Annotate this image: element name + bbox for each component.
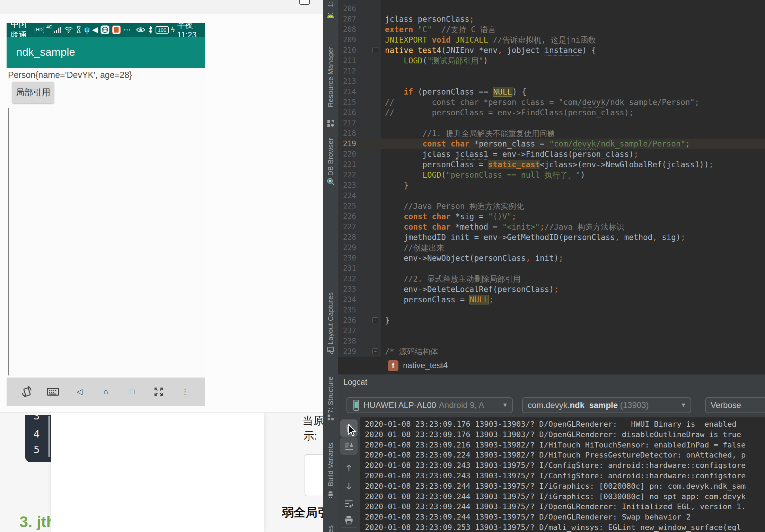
code-line[interactable]: 209JNIEXPORT void JNICALL //告诉虚拟机, 这是jni… [338,35,765,45]
line-number: 224 [338,190,381,201]
home-button[interactable]: ⌂ [98,384,113,399]
code-line[interactable]: 214 if (personClass == NULL) { [338,87,765,97]
print-button[interactable] [340,511,358,529]
line-number: 217 [338,118,381,128]
app-bar: ndk_sample [7,37,205,68]
stripe-tab-resource-manager[interactable]: Resource Manager [326,47,334,107]
keyboard-button[interactable] [45,384,61,399]
fold-marker-icon[interactable]: − [372,317,378,323]
code-line[interactable]: 217 [338,118,765,128]
code-line[interactable]: 236−} [338,315,765,326]
code-line[interactable]: 228 jmethodID init = env->GetMethodID(pe… [338,232,765,242]
code-text: // personClass = env->FindClass(person_c… [381,107,634,118]
code-line[interactable]: 229 //创建出来 [338,242,765,253]
code-line[interactable]: 234 personClass = NULL; [338,294,765,305]
device-selector[interactable]: HUAWEI ALP-AL00 Android 9, A ▼ [346,397,513,413]
hourglass-icon [76,26,82,34]
screenshot-root: 中国联通 HD 4G ψ◀⋯ 100 ϟ 半夜11:23 ndk_sample … [0,0,765,532]
logcat-tab[interactable]: Logcat [343,378,367,387]
local-ref-button[interactable]: 局部引用 [12,82,54,103]
code-text: /* 源码结构体 [381,346,438,357]
mouse-cursor [347,424,358,437]
up-arrow-icon [344,463,354,473]
emulator-toolbar: ◁⌂□⋮ [7,378,205,406]
webpage-content: 3. jth 345 当原 示: 弱全局引 [0,413,323,532]
stripe-tab-7-structure[interactable]: 7: Structure [326,376,334,414]
code-line[interactable]: 225 //Java Person 构造方法实例化 [338,201,765,211]
stripe-tab-layout-captures[interactable]: Layout Captures [326,292,334,344]
log-level-selector[interactable]: Verbose ▼ [705,397,765,413]
chevron-down-icon: ▼ [502,401,508,409]
code-line[interactable]: 208extern "C" //支持 C 语言 [338,24,765,35]
code-line[interactable]: 224 [338,190,765,201]
code-line[interactable]: 232 //2. 显式释放主动删除局部引用 [338,274,765,284]
stripe-tab-build-variants[interactable]: Build Variants [326,443,334,486]
network-label: 4G [46,24,52,29]
down-arrow-button[interactable] [340,478,358,495]
code-line[interactable]: 220 jclass jclass1 = env->FindClass(pers… [338,149,765,159]
layout-captures-icon [326,346,335,354]
soft-wrap-button[interactable] [340,495,358,512]
code-line[interactable]: 206 [338,3,765,14]
code-line[interactable]: 221 personClass = static_cast<jclass>(en… [338,159,765,170]
code-line[interactable]: 215// const char *person_class = "com/de… [338,97,765,107]
code-line[interactable]: 231 [338,263,765,274]
scroll-to-end-button[interactable] [340,437,358,455]
code-line[interactable]: 213 [338,76,765,87]
fold-marker-icon[interactable]: − [372,47,378,53]
line-number: 214 [338,87,381,97]
code-editor[interactable]: 206207jclass personClass;208extern "C" /… [338,0,765,357]
code-line[interactable]: 230 env->NewObject(personClass, init); [338,253,765,263]
process-prefix: com.devyk. [528,400,570,410]
line-number: 238 [338,336,381,346]
code-line[interactable]: 218 //1. 提升全局解决不能重复使用问题 [338,128,765,139]
code-line[interactable]: 223 } [338,180,765,190]
stripe-tab-partial-bottom[interactable]: tes [326,525,334,532]
code-text: native_test4(JNIEnv *env, jobject instan… [381,45,596,55]
battery-level: 100 [158,27,166,33]
code-line[interactable]: 212 [338,66,765,76]
line-number: 226 [338,211,381,222]
back-button[interactable]: ◁ [72,384,87,399]
line-number: 233 [338,284,381,294]
log-level: Verbose [711,400,741,410]
rotate-button[interactable] [19,384,34,399]
code-line[interactable]: 237 [338,326,765,336]
line-number: 207 [338,14,381,24]
code-line[interactable]: 239−/* 源码结构体 [338,346,765,357]
code-line[interactable]: 210−native_test4(JNIEnv *env, jobject in… [338,45,765,55]
process-selector[interactable]: com.devyk.ndk_sample (13903) ▼ [522,397,691,413]
code-line[interactable]: 227 const char *method = "<init>";//Java… [338,222,765,232]
usb-icon: ψ [84,26,90,34]
breadcrumb-function[interactable]: native_test4 [403,361,448,370]
fullscreen-icon [153,386,165,398]
code-line[interactable]: 233 env->DeleteLocalRef(personClass); [338,284,765,294]
code-line[interactable]: 207jclass personClass; [338,14,765,24]
device-name: HUAWEI ALP-AL00 [363,400,436,410]
more-button[interactable]: ⋮ [177,384,193,399]
code-text: //1. 提升全局解决不能重复使用问题 [381,128,555,139]
logcat-panel: Logcat HUAWEI ALP-AL00 Android 9, A ▼ co… [338,374,765,532]
stripe-tab-db-browser[interactable]: DB Browser [326,138,334,176]
code-text: } [381,180,408,190]
up-arrow-button[interactable] [340,459,358,477]
log-line: 2020-01-08 23:23:09.244 13903-13975/? D/… [365,512,765,522]
code-line[interactable]: 222 LOGD("personClass == null 执行了。") [338,170,765,180]
stripe-tab-project-partial[interactable]: 1: [326,1,334,7]
code-text: LOGD("测试局部引用") [381,55,488,66]
fold-marker-icon[interactable]: − [372,348,378,354]
line-number: 220 [338,149,381,159]
fullscreen-button[interactable] [151,384,166,399]
window-icon-partial[interactable] [299,0,310,5]
chevron-down-icon: ▼ [680,401,686,409]
code-text [381,118,385,128]
overview-button[interactable]: □ [125,384,140,399]
code-text [381,76,385,87]
code-line[interactable]: 226 const char *sig = "()V"; [338,211,765,222]
code-line[interactable]: 238 [338,336,765,346]
code-line[interactable]: 211 LOGD("测试局部引用") [338,55,765,66]
code-line[interactable]: 219 const char *person_class = "com/devy… [338,139,765,149]
device-phone-icon [352,399,360,411]
code-line[interactable]: 216// personClass = env->FindClass(perso… [338,107,765,118]
code-line[interactable]: 235 [338,305,765,315]
